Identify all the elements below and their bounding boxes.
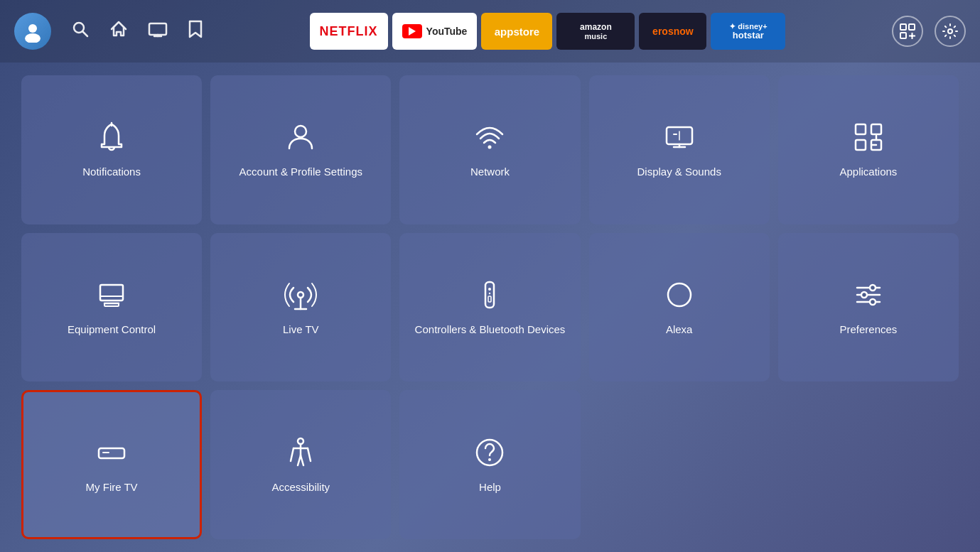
alexa-icon <box>662 278 696 312</box>
tile-notifications[interactable]: Notifications <box>21 75 202 224</box>
bookmark-icon[interactable] <box>188 20 203 43</box>
svg-point-16 <box>488 146 492 149</box>
svg-point-37 <box>668 283 691 306</box>
tile-account-profile[interactable]: Account & Profile Settings <box>210 75 391 224</box>
bell-icon <box>95 120 129 154</box>
amazonmusic-app[interactable]: amazon music <box>556 13 635 50</box>
display-sounds-label: Display & Sounds <box>637 164 721 179</box>
home-icon[interactable] <box>109 20 128 43</box>
svg-point-13 <box>948 29 952 33</box>
top-nav: NETFLIX YouTube appstore amazon music er… <box>0 0 980 63</box>
svg-point-15 <box>295 126 306 137</box>
svg-point-41 <box>870 285 876 291</box>
nav-left <box>14 13 203 50</box>
svg-point-0 <box>28 24 37 33</box>
svg-rect-33 <box>485 282 494 308</box>
account-profile-label: Account & Profile Settings <box>239 164 362 179</box>
svg-point-43 <box>870 299 876 305</box>
settings-icon[interactable] <box>935 16 966 47</box>
notifications-label: Notifications <box>82 164 141 179</box>
sliders-icon <box>851 278 885 312</box>
svg-rect-22 <box>856 124 866 134</box>
svg-rect-36 <box>488 296 491 302</box>
controllers-bluetooth-label: Controllers & Bluetooth Devices <box>415 322 566 337</box>
svg-point-32 <box>298 292 303 298</box>
tile-accessibility[interactable]: Accessibility <box>210 390 391 539</box>
preferences-label: Preferences <box>839 322 897 337</box>
svg-rect-23 <box>871 124 881 134</box>
svg-rect-7 <box>900 24 906 30</box>
svg-rect-8 <box>909 24 915 30</box>
svg-rect-24 <box>856 140 866 150</box>
svg-point-50 <box>488 458 491 461</box>
grid-icon[interactable] <box>892 16 923 47</box>
youtube-app[interactable]: YouTube <box>392 13 478 50</box>
live-tv-label: Live TV <box>283 322 319 337</box>
equipment-control-label: Equipment Control <box>68 322 156 337</box>
svg-rect-31 <box>104 303 119 306</box>
tile-controllers-bluetooth[interactable]: Controllers & Bluetooth Devices <box>399 233 580 382</box>
wifi-icon <box>473 120 507 154</box>
tile-applications[interactable]: Applications <box>778 75 959 224</box>
avatar[interactable] <box>14 13 51 50</box>
tower-icon <box>284 278 318 312</box>
tv-icon[interactable] <box>148 20 168 43</box>
apps-icon <box>851 120 885 154</box>
tile-network[interactable]: Network <box>399 75 580 224</box>
svg-rect-9 <box>900 33 906 38</box>
alexa-label: Alexa <box>666 322 693 337</box>
settings-grid: Notifications Account & Profile Settings… <box>0 63 980 552</box>
monitor-icon <box>95 278 129 312</box>
applications-label: Applications <box>839 164 897 179</box>
svg-point-34 <box>488 288 491 291</box>
erosnow-app[interactable]: erosnow <box>639 13 706 50</box>
svg-point-1 <box>25 33 41 43</box>
remote-icon <box>473 278 507 312</box>
help-label: Help <box>479 480 501 494</box>
tile-my-fire-tv[interactable]: My Fire TV <box>21 390 202 539</box>
tile-equipment-control[interactable]: Equipment Control <box>21 233 202 382</box>
help-icon <box>473 435 507 470</box>
accessibility-icon <box>284 435 318 470</box>
svg-point-42 <box>861 292 867 298</box>
svg-rect-28 <box>100 285 123 301</box>
appstore-app[interactable]: appstore <box>481 13 552 50</box>
netflix-app[interactable]: NETFLIX <box>310 13 388 50</box>
svg-line-3 <box>83 32 88 37</box>
nav-right <box>892 16 966 47</box>
hotstar-app[interactable]: ✦ disney+ hotstar <box>711 13 785 50</box>
tile-preferences[interactable]: Preferences <box>778 233 959 382</box>
tile-live-tv[interactable]: Live TV <box>210 233 391 382</box>
svg-rect-44 <box>99 448 124 458</box>
display-icon <box>662 120 696 154</box>
nav-apps: NETFLIX YouTube appstore amazon music er… <box>203 13 892 50</box>
tile-alexa[interactable]: Alexa <box>589 233 770 382</box>
network-label: Network <box>470 164 510 179</box>
svg-rect-4 <box>149 23 166 35</box>
tile-display-sounds[interactable]: Display & Sounds <box>589 75 770 224</box>
firetv-icon <box>95 435 129 470</box>
tile-help[interactable]: Help <box>399 390 580 539</box>
search-icon[interactable] <box>71 20 90 43</box>
accessibility-label: Accessibility <box>271 480 330 494</box>
my-fire-tv-label: My Fire TV <box>86 480 138 494</box>
person-icon <box>284 120 318 154</box>
